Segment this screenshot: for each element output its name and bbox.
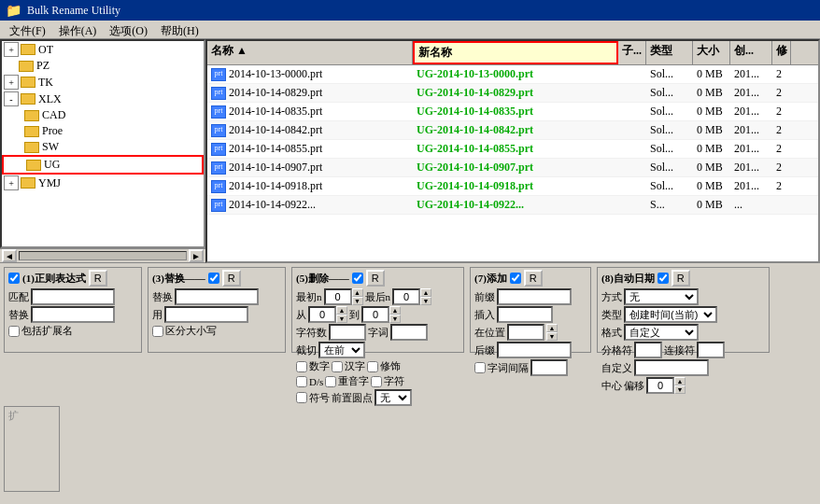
expand-OT[interactable]: + [4, 42, 19, 57]
pos-down-btn[interactable]: ▼ [546, 332, 558, 341]
autodate-checkbox[interactable] [657, 273, 669, 284]
expand-XLX[interactable]: - [4, 91, 19, 106]
tree-item-Proe[interactable]: Proe [2, 123, 204, 139]
char2-checkbox[interactable] [371, 376, 382, 387]
last-up-btn[interactable]: ▲ [420, 288, 431, 297]
last-down-btn[interactable]: ▼ [420, 297, 431, 305]
header-extra[interactable]: 修 [772, 41, 791, 64]
expand-TK[interactable]: + [4, 75, 19, 90]
menu-options[interactable]: 选项(O) [104, 22, 153, 36]
delete-checkbox[interactable] [352, 273, 363, 284]
tree-item-OT[interactable]: + OT [2, 41, 204, 58]
header-sub[interactable]: 子... [618, 41, 646, 64]
chars-input[interactable] [329, 324, 366, 341]
file-row[interactable]: prt 2014-10-14-0829.prt UG-2014-10-14-08… [207, 84, 818, 103]
modify-checkbox[interactable] [367, 361, 378, 372]
scroll-right-btn[interactable]: ► [189, 249, 204, 262]
replace-checkbox[interactable] [208, 273, 219, 284]
autodate-sep-input[interactable] [634, 342, 662, 358]
replace-input[interactable] [175, 288, 259, 305]
scroll-track[interactable] [19, 251, 187, 260]
last-input[interactable] [392, 288, 420, 305]
menu-operation[interactable]: 操作(A) [53, 22, 103, 36]
num-checkbox[interactable] [296, 361, 307, 372]
add-pos-input[interactable] [507, 324, 544, 341]
offset-up-btn[interactable]: ▲ [674, 377, 686, 385]
regex-replace-input[interactable] [31, 306, 115, 323]
replace-r-btn[interactable]: R [222, 270, 241, 287]
offset-input[interactable] [646, 377, 674, 394]
tree-item-SW[interactable]: SW [2, 139, 204, 155]
heavy-checkbox[interactable] [325, 376, 336, 387]
file-row[interactable]: prt 2014-10-14-0918.prt UG-2014-10-14-09… [207, 177, 818, 196]
first-up-btn[interactable]: ▲ [352, 288, 363, 297]
file-row[interactable]: prt 2014-10-13-0000.prt UG-2014-10-13-00… [207, 65, 818, 84]
tree-hscroll[interactable]: ◄ ► [0, 248, 205, 262]
add-prefix-input[interactable] [497, 288, 572, 305]
autodate-r-btn[interactable]: R [672, 270, 690, 287]
pos-up-btn[interactable]: ▲ [546, 324, 558, 332]
autodate-format-select[interactable]: 自定义 [624, 324, 699, 341]
tree-item-PZ[interactable]: PZ [2, 58, 204, 74]
symbol-checkbox[interactable] [296, 392, 307, 403]
tree-item-YMJ[interactable]: + YMJ [2, 175, 204, 191]
file-row[interactable]: prt 2014-10-14-0907.prt UG-2014-10-14-09… [207, 159, 818, 177]
offset-down-btn[interactable]: ▼ [674, 385, 686, 394]
menu-help[interactable]: 帮助(H) [155, 22, 205, 36]
regex-ext-checkbox[interactable] [8, 326, 20, 337]
trim-select[interactable]: 在前在后 [318, 342, 365, 358]
tree-item-TK[interactable]: + TK [2, 74, 204, 91]
offset-spin[interactable]: ▲ ▼ [646, 377, 686, 394]
add-suffix-input[interactable] [497, 342, 572, 358]
autodate-type-select[interactable]: 创建时间(当前) [624, 306, 717, 323]
file-row[interactable]: prt 2014-10-14-0922... UG-2014-10-14-092… [207, 196, 818, 215]
top-section: + OT PZ + TK - XLX [0, 39, 820, 263]
header-date[interactable]: 创... [730, 41, 772, 64]
to-spin[interactable]: ▲ ▼ [361, 306, 401, 323]
use-input[interactable] [164, 306, 248, 323]
first-input[interactable] [324, 288, 352, 305]
header-type[interactable]: 类型 [646, 41, 693, 64]
scroll-left-btn[interactable]: ◄ [2, 249, 17, 262]
to-down-btn[interactable]: ▼ [389, 315, 401, 323]
file-row[interactable]: prt 2014-10-14-0835.prt UG-2014-10-14-08… [207, 103, 818, 121]
from-up-btn[interactable]: ▲ [336, 306, 347, 315]
char-checkbox[interactable] [332, 361, 343, 372]
header-size[interactable]: 大小 [693, 41, 730, 64]
first-down-btn[interactable]: ▼ [352, 297, 363, 305]
regex-checkbox[interactable] [8, 273, 20, 284]
expand-YMJ[interactable]: + [4, 175, 19, 190]
wordsep-input[interactable] [530, 359, 568, 376]
file-row[interactable]: prt 2014-10-14-0842.prt UG-2014-10-14-08… [207, 121, 818, 140]
regex-r-btn[interactable]: R [89, 270, 107, 287]
add-insert-input[interactable] [497, 306, 553, 323]
file-list-panel[interactable]: 名称 ▲ 新名称 子... 类型 大小 创... 修 prt 2014-10-1… [205, 39, 820, 263]
ds-checkbox[interactable] [296, 376, 307, 387]
header-newname[interactable]: 新名称 [413, 41, 618, 64]
from-down-btn[interactable]: ▼ [336, 315, 347, 323]
first-spin[interactable]: ▲ ▼ [324, 288, 363, 305]
tree-item-UG[interactable]: UG [2, 155, 204, 175]
add-checkbox[interactable] [510, 273, 521, 284]
wordsep-checkbox[interactable] [474, 362, 486, 373]
autodate-custom-input[interactable] [634, 359, 709, 376]
autodate-mode-select[interactable]: 无 [624, 288, 699, 305]
pre-select[interactable]: 无 [375, 389, 412, 406]
add-r-btn[interactable]: R [524, 270, 543, 287]
to-input[interactable] [361, 306, 389, 323]
file-row[interactable]: prt 2014-10-14-0855.prt UG-2014-10-14-08… [207, 140, 818, 159]
delete-r-btn[interactable]: R [366, 270, 385, 287]
regex-match-input[interactable] [31, 288, 115, 305]
header-name[interactable]: 名称 ▲ [207, 41, 413, 64]
case-checkbox[interactable] [152, 326, 163, 337]
from-input[interactable] [308, 306, 336, 323]
tree-item-CAD[interactable]: CAD [2, 107, 204, 123]
menu-file[interactable]: 文件(F) [4, 22, 51, 36]
tree-item-XLX[interactable]: - XLX [2, 91, 204, 107]
file-tree-panel[interactable]: + OT PZ + TK - XLX [0, 39, 205, 248]
to-up-btn[interactable]: ▲ [389, 306, 401, 315]
last-spin[interactable]: ▲ ▼ [392, 288, 431, 305]
words-input[interactable] [390, 324, 428, 341]
autodate-connect-input[interactable] [697, 342, 725, 358]
from-spin[interactable]: ▲ ▼ [308, 306, 347, 323]
